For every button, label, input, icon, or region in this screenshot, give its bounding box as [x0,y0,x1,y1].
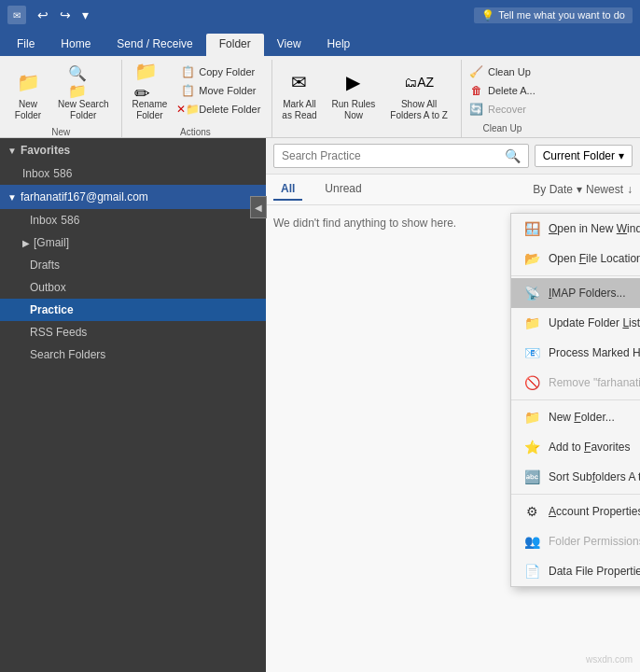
sort-chevron-icon[interactable]: ▾ [577,183,582,196]
ctx-process-marked-headers[interactable]: 📧 Process Marked Headers [511,338,640,368]
rename-folder-button[interactable]: 📁✏ RenameFolder [126,63,173,125]
tab-help[interactable]: Help [314,34,364,56]
watermark: wsxdn.com [586,654,633,665]
tab-file[interactable]: File [4,34,48,56]
tab-folder[interactable]: Folder [206,34,264,56]
recover-button[interactable]: 🔄 Recover [466,101,539,118]
undo-btn[interactable]: ↩ [37,7,49,22]
sidebar-collapse-button[interactable]: ◀ [250,196,267,218]
new-folder-label: NewFolder [15,99,41,121]
sidebar-item-favorites-inbox[interactable]: Inbox 586 [0,162,266,185]
mark-all-read-button[interactable]: ✉ Mark Allas Read [276,63,322,125]
ctx-imap-folders[interactable]: 📡 IMAP Folders... [511,278,640,308]
run-rules-label: Run RulesNow [332,99,376,121]
rename-folder-label: RenameFolder [132,99,167,121]
filter-tab-unread[interactable]: Unread [317,178,369,201]
sidebar-item-search-folders[interactable]: Search Folders [0,343,266,366]
sidebar-item-practice[interactable]: Practice [0,299,266,321]
title-bar: ✉ ↩ ↪ ▾ 💡 Tell me what you want to do [0,0,640,30]
search-input[interactable] [282,149,501,162]
sidebar: ▼ Favorites Inbox 586 ▼ farhanatif167@gm… [0,138,266,672]
ctx-add-to-favorites[interactable]: ⭐ Add to Favorites [511,432,640,462]
delete-a-button[interactable]: 🗑 Delete A... [466,82,539,99]
quick-access-dropdown[interactable]: ▾ [82,7,89,22]
ctx-new-folder[interactable]: 📁 New Folder... [511,402,640,432]
inbox-count: 586 [61,214,79,227]
ctx-process-headers-label: Process Marked Headers [549,346,640,359]
sort-by-date-button[interactable]: By Date [533,183,573,196]
ribbon-group-actions-content: 📁✏ RenameFolder 📋 Copy Folder 📋 Move Fol… [126,60,264,125]
favorites-header[interactable]: ▼ Favorites [0,138,266,162]
ribbon-group-middle-label [276,132,453,137]
gmail-arrow-icon: ▶ [22,238,30,248]
recover-label: Recover [488,104,526,115]
ctx-sort-subfolders[interactable]: 🔤 Sort Subfolders A to Z [511,462,640,492]
delete-folder-button[interactable]: ✕📁 Delete Folder [176,101,264,118]
ctx-open-new-window[interactable]: 🪟 Open in New Window [511,214,640,244]
new-search-folder-button[interactable]: 🔍📁 New SearchFolder [52,63,114,125]
ctx-folder-permissions: 👥 Folder Permissions [511,526,640,556]
delete-a-label: Delete A... [488,85,536,96]
search-scope-dropdown[interactable]: Current Folder ▾ [535,145,633,167]
ctx-account-properties[interactable]: ⚙ Account Properties... [511,497,640,526]
filter-tab-all[interactable]: All [273,178,302,201]
ribbon-group-actions: 📁✏ RenameFolder 📋 Copy Folder 📋 Move Fol… [122,60,272,137]
sidebar-item-inbox[interactable]: Inbox 586 [0,209,266,231]
favorites-inbox-count: 586 [53,167,72,180]
outlook-icon: ✉ [7,6,26,24]
move-folder-button[interactable]: 📋 Move Folder [176,82,264,99]
search-input-wrap[interactable]: 🔍 [273,144,529,168]
newest-arrow-icon: ↓ [627,183,633,196]
move-folder-label: Move Folder [199,85,256,96]
newest-label[interactable]: Newest [586,183,623,196]
ctx-new-folder-label: New Folder... [549,411,615,424]
tab-home[interactable]: Home [48,34,104,56]
sidebar-item-drafts[interactable]: Drafts [0,254,266,276]
ctx-sort-subfolders-label: Sort Subfolders A to Z [549,470,640,483]
sidebar-item-rss-feeds[interactable]: RSS Feeds [0,321,266,343]
delete-folder-label: Delete Folder [199,104,260,115]
data-file-icon: 📄 [522,562,541,581]
folder-permissions-icon: 👥 [522,532,541,551]
ctx-update-folder-list-label: Update Folder List [549,316,640,329]
ctx-open-file-location[interactable]: 📂 Open File Location [511,244,640,273]
sidebar-item-gmail[interactable]: ▶ [Gmail] [0,231,266,254]
ctx-remove-account-label: Remove "farhanatif167@gmail.com" [549,376,640,389]
ctx-data-file-properties[interactable]: 📄 Data File Properties... [511,556,640,586]
mark-all-read-icon: ✉ [285,67,314,97]
tab-send-receive[interactable]: Send / Receive [104,34,205,56]
outbox-label: Outbox [30,281,66,294]
redo-btn[interactable]: ↪ [60,7,71,22]
tell-me-box[interactable]: 💡 Tell me what you want to do [474,7,633,23]
inbox-label: Inbox [30,214,57,227]
ctx-separator-3 [511,494,640,495]
search-bar: 🔍 Current Folder ▾ [266,138,640,175]
ctx-account-properties-label: Account Properties... [549,505,640,518]
tab-view[interactable]: View [264,34,314,56]
ribbon-group-cleanup-content: 🧹 Clean Up 🗑 Delete A... 🔄 Recover [466,60,539,121]
filter-sort: By Date ▾ Newest ↓ [533,183,633,196]
favorites-label: Favorites [21,144,70,157]
content-pane: 🔍 Current Folder ▾ All Unread By Date ▾ … [266,138,640,672]
copy-folder-button[interactable]: 📋 Copy Folder [176,63,264,80]
favorites-arrow-icon: ▼ [7,146,17,156]
ctx-update-folder-list[interactable]: 📁 Update Folder List [511,308,640,338]
imap-folders-icon: 📡 [522,284,541,302]
account-properties-icon: ⚙ [522,502,541,521]
main-content: ▼ Favorites Inbox 586 ▼ farhanatif167@gm… [0,138,640,672]
delete-folder-icon: ✕📁 [180,102,195,117]
filter-bar: All Unread By Date ▾ Newest ↓ [266,175,640,205]
account-email: farhanatif167@gmail.com [21,190,148,203]
copy-folder-label: Copy Folder [199,66,255,77]
sidebar-item-outbox[interactable]: Outbox [0,276,266,299]
show-all-folders-button[interactable]: 🗂AZ Show AllFolders A to Z [384,63,453,125]
sidebar-account[interactable]: ▼ farhanatif167@gmail.com [0,185,266,209]
ribbon-toolbar: 📁 NewFolder 🔍📁 New SearchFolder New 📁✏ R… [0,56,640,138]
tell-me-text: Tell me what you want to do [498,9,625,21]
new-folder-button[interactable]: 📁 NewFolder [7,63,49,125]
search-scope-label: Current Folder [543,149,615,162]
search-submit-icon[interactable]: 🔍 [505,148,521,163]
clean-up-button[interactable]: 🧹 Clean Up [466,63,539,80]
run-rules-button[interactable]: ▶ Run RulesNow [327,63,382,125]
clean-up-label: Clean Up [488,66,531,77]
